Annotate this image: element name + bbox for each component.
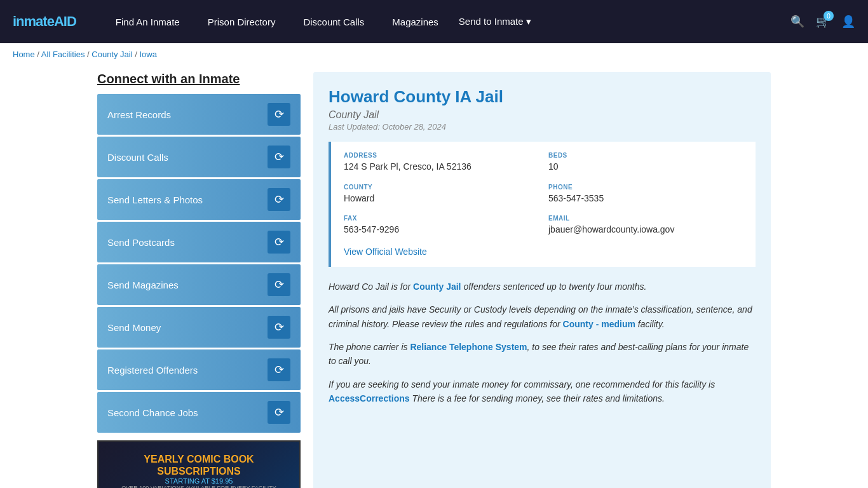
email-field: EMAIL jbauer@howardcounty.iowa.gov	[548, 215, 743, 236]
breadcrumb-home[interactable]: Home	[13, 50, 35, 59]
reliance-link[interactable]: Reliance Telephone System	[410, 342, 527, 352]
sidebar-item-send-postcards[interactable]: Send Postcards ⟳	[97, 222, 301, 262]
arrow-icon-send-money: ⟳	[268, 316, 290, 339]
desc-para-4: If you are seeking to send your inmate m…	[329, 377, 756, 406]
sidebar-item-send-letters[interactable]: Send Letters & Photos ⟳	[97, 179, 301, 220]
desc-4-after: There is a fee for sending money, see th…	[410, 393, 665, 403]
facility-title: Howard County IA Jail	[329, 87, 756, 107]
arrow-icon-registered-offenders: ⟳	[268, 358, 290, 381]
beds-value: 10	[548, 161, 743, 173]
county-label: COUNTY	[344, 184, 538, 191]
facility-updated: Last Updated: October 28, 2024	[329, 122, 756, 132]
desc-para-3: The phone carrier is Reliance Telephone …	[329, 340, 756, 369]
sidebar-label-send-letters: Send Letters & Photos	[107, 194, 203, 205]
logo[interactable]: inmateAID	[13, 13, 76, 30]
address-value: 124 S Park Pl, Cresco, IA 52136	[344, 161, 538, 173]
user-icon[interactable]: 👤	[841, 15, 855, 29]
nav-send-to-inmate[interactable]: Send to Inmate ▾	[452, 0, 538, 43]
arrow-icon-arrest-records: ⟳	[268, 103, 290, 126]
breadcrumb-iowa[interactable]: Iowa	[139, 50, 156, 59]
county-value: Howard	[344, 193, 538, 205]
sidebar: Connect with an Inmate Arrest Records ⟳ …	[97, 72, 301, 488]
cart-badge: 0	[824, 11, 834, 21]
desc-para-1: Howard Co Jail is for County Jail offend…	[329, 280, 756, 294]
email-value: jbauer@howardcounty.iowa.gov	[548, 224, 743, 236]
beds-label: BEDS	[548, 152, 743, 159]
arrow-icon-second-chance-jobs: ⟳	[268, 401, 290, 424]
nav-prison-directory[interactable]: Prison Directory	[194, 0, 290, 43]
sidebar-item-registered-offenders[interactable]: Registered Offenders ⟳	[97, 349, 301, 390]
main-nav: Find An Inmate Prison Directory Discount…	[102, 0, 771, 43]
logo-text: inmateAID	[13, 13, 76, 30]
sidebar-item-discount-calls[interactable]: Discount Calls ⟳	[97, 137, 301, 177]
sidebar-label-second-chance-jobs: Second Chance Jobs	[107, 407, 198, 418]
breadcrumb-county-jail[interactable]: County Jail	[92, 50, 132, 59]
fax-label: FAX	[344, 215, 538, 222]
search-icon[interactable]: 🔍	[790, 15, 804, 29]
sidebar-title: Connect with an Inmate	[97, 72, 301, 86]
sidebar-label-arrest-records: Arrest Records	[107, 109, 171, 120]
address-field: ADDRESS 124 S Park Pl, Cresco, IA 52136	[344, 152, 538, 173]
sidebar-item-arrest-records[interactable]: Arrest Records ⟳	[97, 94, 301, 135]
desc-4-before: If you are seeking to send your inmate m…	[329, 379, 715, 390]
fax-value: 563-547-9296	[344, 224, 538, 236]
breadcrumb-all-facilities[interactable]: All Facilities	[41, 50, 85, 59]
ad-title-line2: SUBSCRIPTIONS	[121, 465, 276, 477]
address-label: ADDRESS	[344, 152, 538, 159]
desc-3-before: The phone carrier is	[329, 342, 410, 352]
sidebar-label-send-money: Send Money	[107, 322, 161, 333]
arrow-icon-send-postcards: ⟳	[268, 231, 290, 254]
website-field: View Official Website	[344, 247, 743, 257]
cart-icon[interactable]: 🛒 0	[816, 15, 830, 29]
sidebar-label-discount-calls: Discount Calls	[107, 152, 168, 163]
desc-2-before: All prisons and jails have Security or C…	[329, 304, 752, 329]
facility-type: County Jail	[329, 109, 756, 121]
sidebar-item-second-chance-jobs[interactable]: Second Chance Jobs ⟳	[97, 392, 301, 433]
nav-right: 🔍 🛒 0 👤	[790, 15, 855, 29]
phone-field: PHONE 563-547-3535	[548, 184, 743, 205]
access-corrections-link[interactable]: AccessCorrections	[329, 393, 410, 403]
nav-discount-calls[interactable]: Discount Calls	[289, 0, 378, 43]
desc-2-after: facility.	[635, 319, 665, 329]
ad-price: STARTING AT $19.95	[121, 477, 276, 485]
sidebar-label-send-magazines: Send Magazines	[107, 280, 179, 290]
facility-info-grid: ADDRESS 124 S Park Pl, Cresco, IA 52136 …	[329, 142, 756, 267]
phone-value: 563-547-3535	[548, 193, 743, 205]
county-medium-link[interactable]: County - medium	[563, 319, 635, 329]
desc-para-2: All prisons and jails have Security or C…	[329, 302, 756, 331]
ad-title-line1: YEARLY COMIC BOOK	[121, 453, 276, 465]
facility-description: Howard Co Jail is for County Jail offend…	[329, 280, 756, 406]
fax-field: FAX 563-547-9296	[344, 215, 538, 236]
ad-banner[interactable]: YEARLY COMIC BOOK SUBSCRIPTIONS STARTING…	[97, 440, 301, 488]
county-field: COUNTY Howard	[344, 184, 538, 205]
nav-magazines[interactable]: Magazines	[378, 0, 452, 43]
email-label: EMAIL	[548, 215, 743, 222]
sidebar-label-send-postcards: Send Postcards	[107, 237, 175, 248]
sidebar-item-send-magazines[interactable]: Send Magazines ⟳	[97, 264, 301, 305]
beds-field: BEDS 10	[548, 152, 743, 173]
sidebar-item-send-money[interactable]: Send Money ⟳	[97, 307, 301, 348]
phone-label: PHONE	[548, 184, 743, 191]
desc-1-after: offenders sentenced up to twenty four mo…	[461, 281, 647, 292]
county-jail-link-1[interactable]: County Jail	[413, 281, 461, 292]
sidebar-label-registered-offenders: Registered Offenders	[107, 365, 198, 376]
sidebar-menu: Arrest Records ⟳ Discount Calls ⟳ Send L…	[97, 94, 301, 433]
nav-find-inmate[interactable]: Find An Inmate	[102, 0, 194, 43]
facility-detail: Howard County IA Jail County Jail Last U…	[313, 72, 771, 488]
arrow-icon-discount-calls: ⟳	[268, 146, 290, 168]
desc-1-before: Howard Co Jail is for	[329, 281, 413, 292]
ad-content: YEARLY COMIC BOOK SUBSCRIPTIONS STARTING…	[121, 453, 276, 488]
breadcrumb: Home / All Facilities / County Jail / Io…	[0, 43, 868, 65]
header: inmateAID Find An Inmate Prison Director…	[0, 0, 868, 43]
view-website-link[interactable]: View Official Website	[344, 247, 427, 257]
main-container: Connect with an Inmate Arrest Records ⟳ …	[85, 65, 783, 488]
ad-note: OVER 100 VARIATIONS AVAILABLE FOR EVERY …	[121, 485, 276, 488]
arrow-icon-send-letters: ⟳	[268, 188, 290, 211]
arrow-icon-send-magazines: ⟳	[268, 273, 290, 296]
